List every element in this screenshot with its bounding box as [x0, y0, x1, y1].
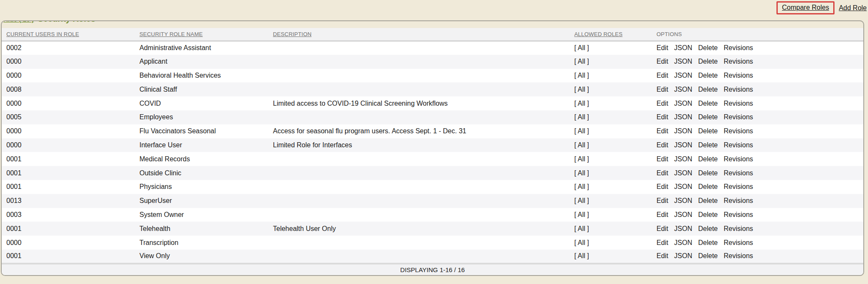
cell-current-users: 0000	[2, 55, 135, 69]
revisions-link[interactable]: Revisions	[724, 252, 753, 259]
cell-allowed-roles: [ All ]	[570, 236, 652, 250]
delete-link[interactable]: Delete	[698, 127, 718, 135]
json-link[interactable]: JSON	[674, 58, 693, 65]
edit-link[interactable]: Edit	[657, 252, 668, 259]
revisions-link[interactable]: Revisions	[724, 169, 753, 177]
revisions-link[interactable]: Revisions	[724, 127, 753, 135]
delete-link[interactable]: Delete	[698, 183, 718, 190]
edit-link[interactable]: Edit	[657, 141, 668, 149]
json-link[interactable]: JSON	[674, 169, 693, 177]
revisions-link[interactable]: Revisions	[724, 86, 753, 93]
revisions-link[interactable]: Revisions	[724, 72, 753, 79]
table-row: 0002 Administrative Assistant [ All ] Ed…	[2, 41, 863, 55]
revisions-link[interactable]: Revisions	[724, 44, 753, 51]
cell-allowed-roles: [ All ]	[570, 152, 652, 166]
column-header-description: DESCRIPTION	[268, 28, 570, 41]
edit-link[interactable]: Edit	[657, 183, 668, 190]
column-header-options: OPTIONS	[652, 28, 863, 41]
sort-link[interactable]: SECURITY ROLE NAME	[139, 31, 203, 37]
revisions-link[interactable]: Revisions	[724, 183, 753, 190]
action-bar: Compare Roles Add Role	[776, 1, 867, 14]
revisions-link[interactable]: Revisions	[724, 225, 753, 232]
json-link[interactable]: JSON	[674, 239, 693, 246]
delete-link[interactable]: Delete	[698, 72, 718, 79]
json-link[interactable]: JSON	[674, 141, 693, 149]
panel-legend: Hide ( 16 ) Security Roles	[3, 20, 100, 25]
cell-role-name: SuperUser	[135, 194, 268, 208]
table-row: 0001 Outside Clinic [ All ] EditJSONDele…	[2, 166, 863, 180]
delete-link[interactable]: Delete	[698, 225, 718, 232]
edit-link[interactable]: Edit	[657, 86, 668, 93]
delete-link[interactable]: Delete	[698, 141, 718, 149]
edit-link[interactable]: Edit	[657, 225, 668, 232]
cell-role-name: Outside Clinic	[135, 166, 268, 180]
revisions-link[interactable]: Revisions	[724, 113, 753, 121]
sort-link[interactable]: CURRENT USERS IN ROLE	[6, 31, 79, 37]
revisions-link[interactable]: Revisions	[724, 197, 753, 204]
cell-allowed-roles: [ All ]	[570, 138, 652, 152]
edit-link[interactable]: Edit	[657, 155, 668, 163]
cell-current-users: 0008	[2, 82, 135, 96]
edit-link[interactable]: Edit	[657, 72, 668, 79]
hide-toggle-link[interactable]: Hide ( 16 )	[3, 20, 34, 23]
delete-link[interactable]: Delete	[698, 169, 718, 177]
column-header-allowed-roles: ALLOWED ROLES	[570, 28, 652, 41]
json-link[interactable]: JSON	[674, 225, 693, 232]
delete-link[interactable]: Delete	[698, 86, 718, 93]
cell-role-name: Physicians	[135, 180, 268, 194]
delete-link[interactable]: Delete	[698, 44, 718, 51]
edit-link[interactable]: Edit	[657, 100, 668, 107]
page-title: Security Roles	[38, 20, 95, 24]
revisions-link[interactable]: Revisions	[724, 155, 753, 163]
column-header-security-role-name: SECURITY ROLE NAME	[135, 28, 268, 41]
delete-link[interactable]: Delete	[698, 58, 718, 65]
cell-current-users: 0000	[2, 96, 135, 110]
compare-roles-link[interactable]: Compare Roles	[782, 4, 829, 11]
cell-allowed-roles: [ All ]	[570, 250, 652, 264]
cell-options: EditJSONDeleteRevisions	[652, 152, 863, 166]
edit-link[interactable]: Edit	[657, 127, 668, 135]
edit-link[interactable]: Edit	[657, 44, 668, 51]
edit-link[interactable]: Edit	[657, 239, 668, 246]
cell-role-name: Applicant	[135, 55, 268, 69]
add-role-link[interactable]: Add Role	[839, 4, 867, 12]
cell-description	[268, 69, 570, 83]
json-link[interactable]: JSON	[674, 252, 693, 259]
revisions-link[interactable]: Revisions	[724, 58, 753, 65]
cell-allowed-roles: [ All ]	[570, 82, 652, 96]
cell-options: EditJSONDeleteRevisions	[652, 138, 863, 152]
delete-link[interactable]: Delete	[698, 100, 718, 107]
cell-description	[268, 250, 570, 264]
json-link[interactable]: JSON	[674, 113, 693, 121]
delete-link[interactable]: Delete	[698, 239, 718, 246]
json-link[interactable]: JSON	[674, 72, 693, 79]
delete-link[interactable]: Delete	[698, 211, 718, 218]
delete-link[interactable]: Delete	[698, 155, 718, 163]
table-row: 0001 Medical Records [ All ] EditJSONDel…	[2, 152, 863, 166]
edit-link[interactable]: Edit	[657, 58, 668, 65]
cell-current-users: 0000	[2, 69, 135, 83]
sort-link[interactable]: ALLOWED ROLES	[574, 31, 623, 37]
edit-link[interactable]: Edit	[657, 211, 668, 218]
delete-link[interactable]: Delete	[698, 197, 718, 204]
json-link[interactable]: JSON	[674, 211, 693, 218]
edit-link[interactable]: Edit	[657, 197, 668, 204]
json-link[interactable]: JSON	[674, 197, 693, 204]
cell-allowed-roles: [ All ]	[570, 41, 652, 55]
json-link[interactable]: JSON	[674, 183, 693, 190]
json-link[interactable]: JSON	[674, 100, 693, 107]
revisions-link[interactable]: Revisions	[724, 141, 753, 149]
json-link[interactable]: JSON	[674, 155, 693, 163]
delete-link[interactable]: Delete	[698, 113, 718, 121]
delete-link[interactable]: Delete	[698, 252, 718, 259]
revisions-link[interactable]: Revisions	[724, 100, 753, 107]
json-link[interactable]: JSON	[674, 86, 693, 93]
json-link[interactable]: JSON	[674, 127, 693, 135]
edit-link[interactable]: Edit	[657, 113, 668, 121]
revisions-link[interactable]: Revisions	[724, 211, 753, 218]
edit-link[interactable]: Edit	[657, 169, 668, 177]
sort-link[interactable]: DESCRIPTION	[273, 31, 312, 37]
table-row: 0003 System Owner [ All ] EditJSONDelete…	[2, 208, 863, 222]
json-link[interactable]: JSON	[674, 44, 693, 51]
revisions-link[interactable]: Revisions	[724, 239, 753, 246]
